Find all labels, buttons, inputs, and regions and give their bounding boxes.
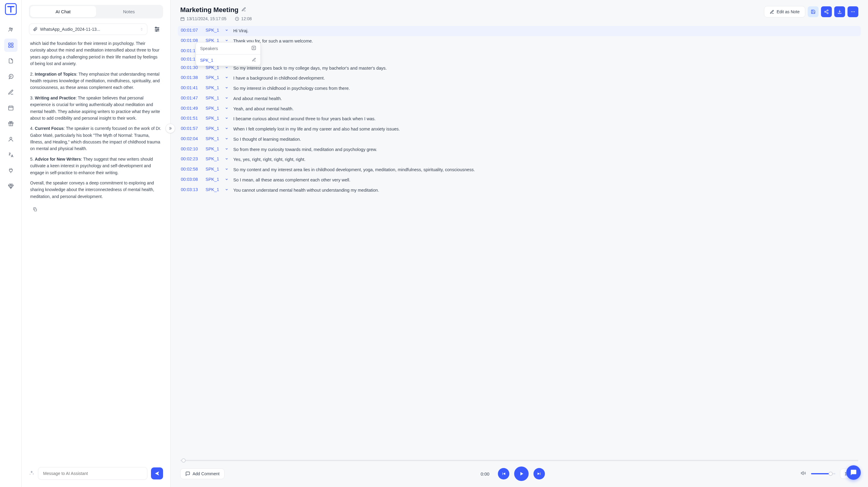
- chat-input[interactable]: [38, 467, 147, 480]
- chevron-down-icon[interactable]: [225, 116, 229, 120]
- progress-bar[interactable]: [180, 460, 858, 461]
- timestamp[interactable]: 00:02:04: [181, 136, 201, 141]
- expand-panel-button[interactable]: [165, 124, 175, 133]
- file-select-dropdown[interactable]: WhatsApp_Audio_2024-11-13...: [29, 24, 147, 35]
- svg-point-10: [156, 27, 157, 28]
- chevron-down-icon[interactable]: [225, 177, 229, 181]
- transcript-row[interactable]: 00:01:49 SPK_1 Yeah, and about mental he…: [178, 104, 861, 114]
- chevron-down-icon[interactable]: [225, 136, 229, 141]
- transcript-row[interactable]: 00:01:41 SPK_1 So my interest in childho…: [178, 84, 861, 94]
- prev-button[interactable]: [498, 468, 509, 480]
- timestamp[interactable]: 00:03:08: [181, 177, 201, 182]
- timestamp[interactable]: 00:01:38: [181, 75, 201, 80]
- transcript-list[interactable]: Speakers SPK_1 00:01:07 SPK_1 Hi Viraj. …: [170, 25, 868, 455]
- speaker-label[interactable]: SPK_1: [206, 75, 221, 80]
- edit-as-note-button[interactable]: Edit as Note: [764, 6, 805, 18]
- timestamp[interactable]: 00:01:47: [181, 95, 201, 100]
- chevron-down-icon[interactable]: [225, 38, 229, 42]
- volume-slider[interactable]: [811, 473, 835, 474]
- transcript-row[interactable]: 00:01:47 SPK_1 And about mental health.: [178, 94, 861, 104]
- filter-button[interactable]: [151, 23, 163, 35]
- transcript-row[interactable]: 00:01:51 SPK_1 I became curious about mi…: [178, 114, 861, 124]
- chevron-down-icon[interactable]: [225, 156, 229, 161]
- transcript-row[interactable]: 00:02:58 SPK_1 So my content and my inte…: [178, 165, 861, 175]
- nav-plug-icon[interactable]: [4, 164, 18, 177]
- speaker-label[interactable]: SPK_1: [206, 28, 221, 33]
- speaker-label[interactable]: SPK_1: [206, 187, 221, 192]
- speaker-popup-item[interactable]: SPK_1: [196, 55, 260, 66]
- copy-button[interactable]: [30, 206, 40, 213]
- timestamp[interactable]: 00:02:58: [181, 166, 201, 172]
- transcript-row[interactable]: 00:01:17: [178, 55, 861, 63]
- timestamp[interactable]: 00:02:10: [181, 147, 201, 151]
- chevron-down-icon[interactable]: [225, 95, 229, 100]
- time-display: 0:00: [481, 471, 490, 477]
- speaker-label[interactable]: SPK_1: [206, 136, 221, 141]
- timestamp[interactable]: 00:01:57: [181, 126, 201, 131]
- speaker-label[interactable]: SPK_1: [206, 116, 221, 121]
- progress-thumb[interactable]: [181, 458, 186, 463]
- more-icon-button[interactable]: [847, 6, 858, 17]
- share-icon-button[interactable]: [821, 6, 832, 17]
- timestamp[interactable]: 00:01:49: [181, 106, 201, 111]
- timestamp[interactable]: 00:03:13: [181, 187, 201, 192]
- nav-dashboard-icon[interactable]: [4, 38, 18, 52]
- speaker-label[interactable]: SPK_1: [206, 95, 221, 100]
- timestamp[interactable]: 00:02:23: [181, 156, 201, 161]
- app-logo[interactable]: [4, 2, 18, 16]
- edit-title-icon[interactable]: [241, 7, 246, 13]
- transcript-row[interactable]: 00:01:38 SPK_1 I have a background in ch…: [178, 73, 861, 84]
- transcript-row[interactable]: 00:02:04 SPK_1 So I thought of learning …: [178, 134, 861, 145]
- add-comment-button[interactable]: Add Comment: [180, 468, 224, 479]
- play-button[interactable]: [514, 466, 529, 481]
- chevron-down-icon[interactable]: [225, 85, 229, 90]
- chevron-down-icon[interactable]: [225, 187, 229, 191]
- download-icon-button[interactable]: [834, 6, 845, 17]
- edit-speaker-icon[interactable]: [252, 58, 256, 63]
- transcript-row[interactable]: 00:01:30 SPK_1 So my interest goes back …: [178, 63, 861, 73]
- svg-point-2: [11, 28, 12, 29]
- nav-chat-icon[interactable]: [4, 70, 18, 83]
- send-button[interactable]: [151, 467, 163, 480]
- nav-gift-icon[interactable]: [4, 117, 18, 130]
- chevron-down-icon[interactable]: [225, 28, 229, 32]
- speaker-label[interactable]: SPK_1: [206, 106, 221, 111]
- transcript-row[interactable]: 00:01:07 SPK_1 Hi Viraj.: [178, 26, 861, 36]
- nav-document-icon[interactable]: [4, 54, 18, 67]
- tab-notes[interactable]: Notes: [96, 6, 162, 17]
- speaker-label[interactable]: SPK_1: [206, 166, 221, 172]
- transcript-row[interactable]: 00:03:13 SPK_1 You cannot understand men…: [178, 185, 861, 195]
- chevron-down-icon[interactable]: [225, 147, 229, 151]
- nav-users-icon[interactable]: [4, 23, 18, 36]
- speaker-label[interactable]: SPK_1: [206, 147, 221, 151]
- transcript-row[interactable]: 00:01:08 SPK_1 Thank you for, for such a…: [178, 36, 861, 47]
- transcript-row[interactable]: 00:03:08 SPK_1 So I mean, all these area…: [178, 175, 861, 185]
- save-icon-button[interactable]: [808, 6, 818, 17]
- volume-thumb[interactable]: [829, 471, 833, 476]
- timestamp[interactable]: 00:01:51: [181, 116, 201, 121]
- speaker-label[interactable]: SPK_1: [206, 177, 221, 182]
- speaker-label[interactable]: SPK_1: [206, 85, 221, 90]
- nav-calendar-icon[interactable]: [4, 101, 18, 115]
- transcript-row[interactable]: 00:01:16: [178, 47, 861, 55]
- transcript-row[interactable]: 00:01:57 SPK_1 When I felt completely lo…: [178, 124, 861, 134]
- chevron-down-icon[interactable]: [225, 126, 229, 130]
- speaker-label[interactable]: SPK_1: [206, 126, 221, 131]
- timestamp[interactable]: 00:01:07: [181, 28, 201, 33]
- nav-edit-icon[interactable]: [4, 86, 18, 99]
- timestamp[interactable]: 00:01:41: [181, 85, 201, 90]
- add-speaker-icon[interactable]: [251, 45, 256, 51]
- nav-diamond-icon[interactable]: [4, 180, 18, 193]
- speaker-label[interactable]: SPK_1: [206, 156, 221, 161]
- nav-translate-icon[interactable]: [4, 148, 18, 161]
- transcript-row[interactable]: 00:02:23 SPK_1 Yes, yes, right, right, r…: [178, 155, 861, 165]
- next-button[interactable]: [533, 468, 545, 480]
- transcript-row[interactable]: 00:02:10 SPK_1 So from there my curiosit…: [178, 145, 861, 155]
- volume-icon[interactable]: [801, 470, 806, 477]
- chevron-down-icon[interactable]: [225, 75, 229, 79]
- support-chat-bubble[interactable]: [846, 465, 861, 480]
- nav-person-icon[interactable]: [4, 132, 18, 146]
- tab-ai-chat[interactable]: AI Chat: [30, 6, 96, 17]
- chevron-down-icon[interactable]: [225, 166, 229, 171]
- chevron-down-icon[interactable]: [225, 106, 229, 110]
